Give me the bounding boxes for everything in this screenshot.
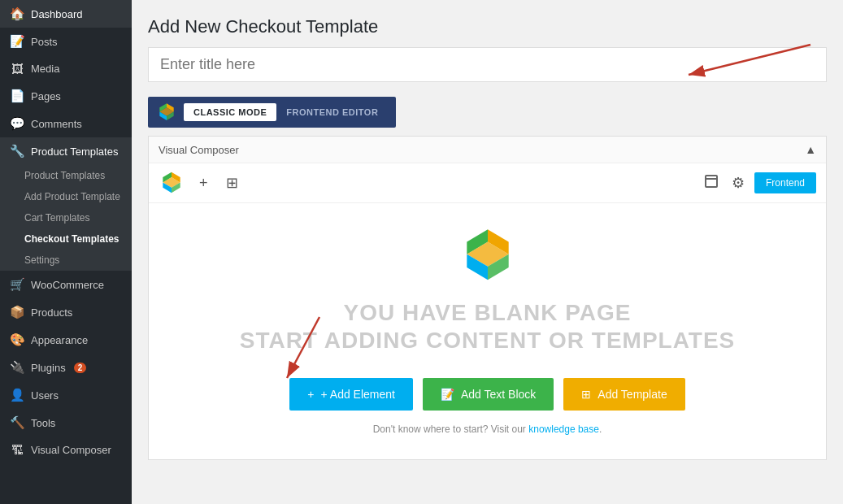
visual-composer-icon: 🏗	[10, 443, 24, 457]
add-template-label: Add Template	[597, 388, 667, 401]
products-icon: 📦	[10, 305, 24, 319]
vc-large-logo	[459, 228, 516, 285]
vc-settings-button[interactable]: ⚙	[728, 171, 748, 195]
visual-composer-panel: Visual Composer ▲ + ⊞	[148, 136, 827, 460]
sidebar-label-media: Media	[31, 63, 59, 75]
users-icon: 👤	[10, 388, 24, 402]
vc-toolbar-right: ⚙ Frontend	[701, 171, 816, 196]
plugins-badge: 2	[74, 363, 87, 373]
add-template-button[interactable]: ⊞ Add Template	[563, 378, 684, 411]
sidebar-sub-add-product-template[interactable]: Add Product Template	[0, 186, 132, 207]
media-icon: 🖼	[10, 62, 24, 76]
add-text-block-button[interactable]: 📝 Add Text Block	[423, 378, 554, 411]
sidebar-label-users: Users	[31, 389, 59, 402]
vc-grid-button[interactable]: ⊞	[223, 171, 241, 195]
tools-icon: 🔨	[10, 415, 24, 430]
sidebar-sub-checkout-templates[interactable]: Checkout Templates	[0, 228, 132, 250]
action-buttons: + + Add Element 📝 Add Text Block ⊞ Add T…	[289, 378, 684, 411]
knowledge-base-text: Don't know where to start? Visit our kno…	[373, 424, 602, 435]
vc-frontend-button[interactable]: Frontend	[754, 172, 816, 193]
add-element-label: + Add Element	[321, 388, 395, 401]
page-title: Add New Checkout Template	[148, 16, 827, 37]
knowledge-base-link[interactable]: knowledge base	[528, 424, 599, 435]
sidebar-sub-settings[interactable]: Settings	[0, 250, 132, 271]
title-input[interactable]	[148, 47, 827, 82]
classic-mode-button[interactable]: CLASSIC MODE	[184, 103, 276, 121]
sidebar-item-posts[interactable]: 📝 Posts	[0, 28, 132, 55]
sidebar-item-visual-composer[interactable]: 🏗 Visual Composer	[0, 437, 132, 463]
frontend-editor-button[interactable]: FRONTEND EDITOR	[276, 103, 388, 121]
content-area: Add New Checkout Template	[132, 0, 843, 504]
main-content: Add New Checkout Template	[132, 0, 843, 504]
vc-add-button[interactable]: +	[196, 172, 211, 195]
sidebar-label-visual-composer: Visual Composer	[31, 444, 111, 456]
mode-buttons-bar: CLASSIC MODE FRONTEND EDITOR	[148, 97, 396, 128]
sidebar-item-product-templates[interactable]: 🔧 Product Templates	[0, 137, 132, 165]
sidebar-submenu: Product Templates Add Product Template C…	[0, 165, 132, 271]
vc-small-icon	[156, 102, 177, 123]
add-element-button[interactable]: + + Add Element	[289, 378, 413, 411]
sidebar-item-comments[interactable]: 💬 Comments	[0, 110, 132, 137]
add-text-icon: 📝	[441, 388, 454, 401]
sidebar-item-dashboard[interactable]: 🏠 Dashboard	[0, 0, 132, 28]
sidebar-sub-cart-templates[interactable]: Cart Templates	[0, 207, 132, 228]
vc-body: YOU HAVE BLANK PAGE START ADDING CONTENT…	[149, 203, 826, 459]
woocommerce-icon: 🛒	[10, 277, 24, 292]
sidebar-label-product-templates: Product Templates	[31, 146, 118, 158]
product-templates-icon: 🔧	[10, 144, 24, 159]
sidebar-item-pages[interactable]: 📄 Pages	[0, 82, 132, 110]
add-text-label: Add Text Block	[461, 388, 536, 401]
grid-icon: ⊞	[226, 175, 238, 191]
sidebar-item-products[interactable]: 📦 Products	[0, 298, 132, 326]
vc-toolbar: + ⊞ ⚙ Frontend	[149, 163, 826, 203]
sidebar-label-pages: Pages	[31, 90, 61, 102]
posts-icon: 📝	[10, 34, 24, 49]
sidebar-item-tools[interactable]: 🔨 Tools	[0, 409, 132, 437]
add-element-plus-icon: +	[307, 388, 314, 401]
sidebar-label-plugins: Plugins	[31, 362, 66, 374]
sidebar-label-woocommerce: WooCommerce	[31, 279, 104, 291]
sidebar-label-products: Products	[31, 306, 72, 319]
sidebar-item-users[interactable]: 👤 Users	[0, 381, 132, 409]
sidebar-label-comments: Comments	[31, 118, 82, 130]
sidebar-label-appearance: Appearance	[31, 334, 88, 346]
gear-icon: ⚙	[732, 175, 745, 191]
blank-page-text-1: YOU HAVE BLANK PAGE	[344, 299, 632, 327]
sidebar-sub-product-templates[interactable]: Product Templates	[0, 165, 132, 186]
comments-icon: 💬	[10, 116, 24, 131]
plugins-icon: 🔌	[10, 360, 24, 375]
plus-icon: +	[199, 175, 208, 191]
vc-header: Visual Composer ▲	[149, 137, 826, 163]
sidebar: 🏠 Dashboard 📝 Posts 🖼 Media 📄 Pages 💬 Co…	[0, 0, 132, 504]
expand-icon	[704, 174, 719, 189]
sidebar-item-appearance[interactable]: 🎨 Appearance	[0, 326, 132, 354]
sidebar-item-media[interactable]: 🖼 Media	[0, 55, 132, 82]
sidebar-label-posts: Posts	[31, 36, 58, 48]
dashboard-icon: 🏠	[10, 7, 24, 21]
vc-expand-button[interactable]	[701, 171, 722, 196]
add-template-icon: ⊞	[581, 388, 591, 401]
blank-page-text-2: START ADDING CONTENT OR TEMPLATES	[240, 327, 736, 354]
vc-title: Visual Composer	[159, 144, 239, 156]
sidebar-item-woocommerce[interactable]: 🛒 WooCommerce	[0, 271, 132, 298]
svg-rect-12	[706, 176, 717, 187]
vc-collapse-button[interactable]: ▲	[805, 143, 816, 156]
appearance-icon: 🎨	[10, 332, 24, 347]
sidebar-label-dashboard: Dashboard	[31, 8, 83, 20]
sidebar-item-plugins[interactable]: 🔌 Plugins 2	[0, 354, 132, 381]
pages-icon: 📄	[10, 89, 24, 103]
sidebar-label-tools: Tools	[31, 417, 55, 429]
vc-toolbar-logo	[159, 170, 185, 196]
